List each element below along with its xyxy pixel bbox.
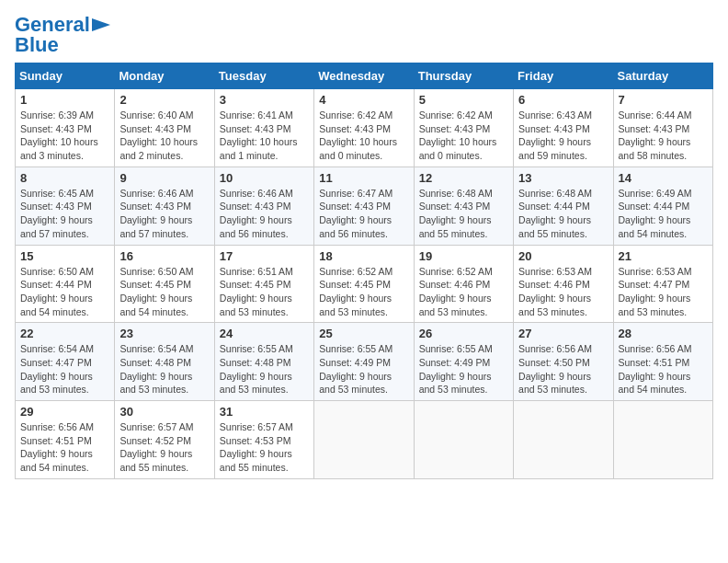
day-number: 18 xyxy=(319,249,408,263)
calendar-cell: 1Sunrise: 6:39 AM Sunset: 4:43 PM Daylig… xyxy=(16,89,115,167)
calendar-cell: 17Sunrise: 6:51 AM Sunset: 4:45 PM Dayli… xyxy=(214,245,313,323)
calendar-cell: 20Sunrise: 6:53 AM Sunset: 4:46 PM Dayli… xyxy=(514,245,613,323)
day-info: Sunrise: 6:56 AM Sunset: 4:51 PM Dayligh… xyxy=(619,342,708,396)
svg-marker-0 xyxy=(92,18,110,31)
day-number: 24 xyxy=(220,327,309,340)
header-row: SundayMondayTuesdayWednesdayThursdayFrid… xyxy=(16,63,713,89)
day-number: 10 xyxy=(220,171,309,185)
day-info: Sunrise: 6:39 AM Sunset: 4:43 PM Dayligh… xyxy=(20,109,109,163)
calendar-cell: 9Sunrise: 6:46 AM Sunset: 4:43 PM Daylig… xyxy=(115,167,214,245)
day-info: Sunrise: 6:57 AM Sunset: 4:53 PM Dayligh… xyxy=(220,420,309,475)
day-number: 23 xyxy=(119,327,209,340)
day-number: 21 xyxy=(619,249,708,263)
day-info: Sunrise: 6:48 AM Sunset: 4:44 PM Dayligh… xyxy=(518,187,608,241)
calendar-cell: 3Sunrise: 6:41 AM Sunset: 4:43 PM Daylig… xyxy=(214,89,313,167)
day-info: Sunrise: 6:53 AM Sunset: 4:47 PM Dayligh… xyxy=(619,265,708,319)
calendar-cell: 27Sunrise: 6:56 AM Sunset: 4:50 PM Dayli… xyxy=(514,323,613,401)
day-number: 13 xyxy=(518,171,608,185)
calendar-cell: 18Sunrise: 6:52 AM Sunset: 4:45 PM Dayli… xyxy=(314,245,414,323)
calendar-cell xyxy=(514,401,613,479)
day-number: 28 xyxy=(619,327,708,340)
day-number: 29 xyxy=(20,405,109,419)
calendar-cell: 13Sunrise: 6:48 AM Sunset: 4:44 PM Dayli… xyxy=(514,167,613,245)
calendar-cell: 19Sunrise: 6:52 AM Sunset: 4:46 PM Dayli… xyxy=(414,245,513,323)
day-info: Sunrise: 6:53 AM Sunset: 4:46 PM Dayligh… xyxy=(518,265,608,319)
day-number: 9 xyxy=(119,171,209,185)
day-number: 25 xyxy=(319,327,408,340)
day-number: 17 xyxy=(220,249,309,263)
calendar-cell: 6Sunrise: 6:43 AM Sunset: 4:43 PM Daylig… xyxy=(514,89,613,167)
calendar-cell: 10Sunrise: 6:46 AM Sunset: 4:43 PM Dayli… xyxy=(214,167,313,245)
day-number: 31 xyxy=(220,405,309,419)
day-number: 12 xyxy=(419,171,508,185)
header-day-tuesday: Tuesday xyxy=(214,63,313,89)
logo-icon xyxy=(92,18,110,31)
calendar-cell: 11Sunrise: 6:47 AM Sunset: 4:43 PM Dayli… xyxy=(314,167,414,245)
calendar-cell: 28Sunrise: 6:56 AM Sunset: 4:51 PM Dayli… xyxy=(613,323,712,401)
day-info: Sunrise: 6:46 AM Sunset: 4:43 PM Dayligh… xyxy=(220,187,309,241)
day-info: Sunrise: 6:48 AM Sunset: 4:43 PM Dayligh… xyxy=(419,187,508,241)
day-number: 4 xyxy=(319,93,408,107)
logo-text: General xyxy=(15,15,90,35)
calendar-cell: 7Sunrise: 6:44 AM Sunset: 4:43 PM Daylig… xyxy=(613,89,712,167)
day-number: 15 xyxy=(20,249,109,263)
calendar-cell: 5Sunrise: 6:42 AM Sunset: 4:43 PM Daylig… xyxy=(414,89,513,167)
calendar-cell: 29Sunrise: 6:56 AM Sunset: 4:51 PM Dayli… xyxy=(16,401,115,479)
calendar-cell: 2Sunrise: 6:40 AM Sunset: 4:43 PM Daylig… xyxy=(115,89,214,167)
day-info: Sunrise: 6:54 AM Sunset: 4:47 PM Dayligh… xyxy=(20,342,109,396)
calendar-header: SundayMondayTuesdayWednesdayThursdayFrid… xyxy=(16,63,713,89)
day-info: Sunrise: 6:56 AM Sunset: 4:50 PM Dayligh… xyxy=(518,342,608,396)
day-number: 14 xyxy=(619,171,708,185)
calendar-week-3: 15Sunrise: 6:50 AM Sunset: 4:44 PM Dayli… xyxy=(16,245,713,323)
calendar-cell xyxy=(414,401,513,479)
calendar-body: 1Sunrise: 6:39 AM Sunset: 4:43 PM Daylig… xyxy=(16,89,713,479)
calendar-cell xyxy=(613,401,712,479)
day-number: 27 xyxy=(518,327,608,340)
day-number: 2 xyxy=(119,93,209,107)
calendar-cell: 8Sunrise: 6:45 AM Sunset: 4:43 PM Daylig… xyxy=(16,167,115,245)
calendar-table: SundayMondayTuesdayWednesdayThursdayFrid… xyxy=(15,63,713,479)
calendar-cell: 16Sunrise: 6:50 AM Sunset: 4:45 PM Dayli… xyxy=(115,245,214,323)
calendar-cell: 26Sunrise: 6:55 AM Sunset: 4:49 PM Dayli… xyxy=(414,323,513,401)
calendar-cell: 21Sunrise: 6:53 AM Sunset: 4:47 PM Dayli… xyxy=(613,245,712,323)
header-day-saturday: Saturday xyxy=(613,63,712,89)
day-info: Sunrise: 6:55 AM Sunset: 4:49 PM Dayligh… xyxy=(319,342,408,396)
page-header: General Blue xyxy=(15,15,713,55)
day-number: 16 xyxy=(119,249,209,263)
logo-subtext: Blue xyxy=(15,35,59,55)
day-info: Sunrise: 6:57 AM Sunset: 4:52 PM Dayligh… xyxy=(119,420,209,475)
day-number: 30 xyxy=(119,405,209,419)
day-number: 26 xyxy=(419,327,508,340)
calendar-cell: 4Sunrise: 6:42 AM Sunset: 4:43 PM Daylig… xyxy=(314,89,414,167)
day-number: 7 xyxy=(619,93,708,107)
day-info: Sunrise: 6:50 AM Sunset: 4:45 PM Dayligh… xyxy=(119,265,209,319)
day-number: 19 xyxy=(419,249,508,263)
header-day-friday: Friday xyxy=(514,63,613,89)
header-day-monday: Monday xyxy=(115,63,214,89)
calendar-week-4: 22Sunrise: 6:54 AM Sunset: 4:47 PM Dayli… xyxy=(16,323,713,401)
day-info: Sunrise: 6:51 AM Sunset: 4:45 PM Dayligh… xyxy=(220,265,309,319)
day-info: Sunrise: 6:54 AM Sunset: 4:48 PM Dayligh… xyxy=(119,342,209,396)
day-info: Sunrise: 6:43 AM Sunset: 4:43 PM Dayligh… xyxy=(518,109,608,163)
day-number: 5 xyxy=(419,93,508,107)
day-number: 1 xyxy=(20,93,109,107)
day-info: Sunrise: 6:55 AM Sunset: 4:49 PM Dayligh… xyxy=(419,342,508,396)
calendar-week-1: 1Sunrise: 6:39 AM Sunset: 4:43 PM Daylig… xyxy=(16,89,713,167)
calendar-cell: 23Sunrise: 6:54 AM Sunset: 4:48 PM Dayli… xyxy=(115,323,214,401)
day-info: Sunrise: 6:42 AM Sunset: 4:43 PM Dayligh… xyxy=(319,109,408,163)
day-info: Sunrise: 6:56 AM Sunset: 4:51 PM Dayligh… xyxy=(20,420,109,475)
calendar-cell: 15Sunrise: 6:50 AM Sunset: 4:44 PM Dayli… xyxy=(16,245,115,323)
day-info: Sunrise: 6:41 AM Sunset: 4:43 PM Dayligh… xyxy=(220,109,309,163)
day-number: 22 xyxy=(20,327,109,340)
day-info: Sunrise: 6:55 AM Sunset: 4:48 PM Dayligh… xyxy=(220,342,309,396)
calendar-cell: 24Sunrise: 6:55 AM Sunset: 4:48 PM Dayli… xyxy=(214,323,313,401)
calendar-cell xyxy=(314,401,414,479)
day-info: Sunrise: 6:52 AM Sunset: 4:45 PM Dayligh… xyxy=(319,265,408,319)
day-info: Sunrise: 6:45 AM Sunset: 4:43 PM Dayligh… xyxy=(20,187,109,241)
day-info: Sunrise: 6:47 AM Sunset: 4:43 PM Dayligh… xyxy=(319,187,408,241)
day-number: 11 xyxy=(319,171,408,185)
logo: General Blue xyxy=(15,15,110,55)
day-info: Sunrise: 6:40 AM Sunset: 4:43 PM Dayligh… xyxy=(119,109,209,163)
calendar-week-2: 8Sunrise: 6:45 AM Sunset: 4:43 PM Daylig… xyxy=(16,167,713,245)
calendar-cell: 31Sunrise: 6:57 AM Sunset: 4:53 PM Dayli… xyxy=(214,401,313,479)
